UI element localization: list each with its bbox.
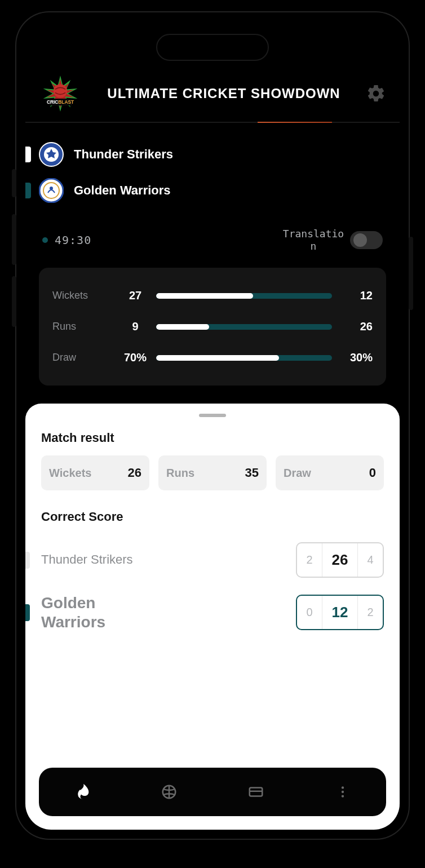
phone-frame: CRICBLAST ULTIMATE CRICKET SHOWDOWN	[15, 11, 410, 840]
stat-value-away: 12	[339, 289, 373, 302]
app-logo[interactable]: CRICBLAST	[39, 72, 82, 115]
translation-toggle-group: Translation	[282, 228, 383, 252]
phone-side-button	[12, 276, 16, 327]
result-chip-draw[interactable]: Draw 0	[276, 455, 384, 490]
svg-point-8	[50, 187, 53, 190]
flame-icon	[73, 782, 92, 801]
result-chip-wickets[interactable]: Wickets 26	[41, 455, 149, 490]
correct-score-title: Correct Score	[41, 510, 384, 524]
gear-icon	[366, 83, 386, 104]
page-title: ULTIMATE CRICKET SHOWDOWN	[91, 86, 357, 101]
club-crest-icon	[39, 142, 64, 167]
stats-panel: Wickets 27 12 Runs 9 26 Draw 70% 30%	[39, 268, 386, 386]
phone-side-button	[12, 214, 16, 265]
team-badge-away	[39, 178, 64, 203]
ball-icon	[161, 783, 178, 800]
chip-value: 35	[245, 466, 259, 480]
card-icon	[247, 783, 264, 800]
match-result-title: Match result	[41, 431, 384, 445]
svg-point-12	[342, 786, 344, 789]
svg-point-1	[54, 84, 67, 98]
settings-button[interactable]	[366, 83, 386, 104]
dynamic-island	[156, 34, 269, 61]
stat-value-away: 26	[339, 320, 373, 333]
sheet-drag-handle[interactable]	[199, 414, 226, 417]
stepper-next[interactable]: 4	[358, 546, 383, 574]
translation-toggle-label: Translation	[282, 228, 344, 252]
svg-point-14	[342, 795, 344, 797]
stepper-prev[interactable]: 2	[297, 546, 322, 574]
team-name-away: Golden Warriors	[74, 183, 171, 198]
stat-label: Runs	[52, 321, 114, 333]
chip-label: Runs	[166, 467, 194, 480]
stat-bar	[156, 324, 332, 330]
bottom-sheet: Match result Wickets 26 Runs 35 Draw 0 C…	[25, 404, 400, 830]
score-stepper-home[interactable]: 2 26 4	[296, 542, 384, 578]
nav-more[interactable]	[332, 781, 353, 803]
nav-trending[interactable]	[72, 781, 93, 803]
stat-bar	[156, 293, 332, 299]
nav-wallet[interactable]	[245, 781, 267, 803]
svg-point-13	[342, 791, 344, 793]
stat-row-runs: Runs 9 26	[52, 311, 373, 342]
row-indicator	[25, 604, 30, 621]
teams-block: Thunder Strikers Golden Warriors	[25, 123, 400, 216]
toggle-knob	[353, 233, 367, 247]
stat-bar	[156, 355, 332, 361]
chip-value: 26	[128, 466, 141, 480]
correct-score-row-away: Golden Warriors 0 12 2	[41, 586, 384, 639]
stat-value-home: 9	[121, 320, 149, 333]
stat-value-home: 27	[121, 289, 149, 302]
live-dot-icon	[42, 237, 48, 243]
team-indicator	[25, 147, 31, 162]
svg-text:CRICBLAST: CRICBLAST	[47, 99, 74, 105]
stat-label: Draw	[52, 352, 114, 364]
correct-score-name: Golden Warriors	[41, 594, 154, 631]
stat-bar-fill	[156, 324, 209, 330]
nav-matches[interactable]	[158, 781, 180, 803]
team-name-home: Thunder Strikers	[74, 147, 173, 162]
more-vertical-icon	[335, 785, 350, 799]
correct-score-row-home: Thunder Strikers 2 26 4	[41, 534, 384, 586]
translation-toggle[interactable]	[350, 231, 383, 249]
match-result-chips: Wickets 26 Runs 35 Draw 0	[41, 455, 384, 490]
stepper-value: 26	[322, 543, 358, 577]
stepper-value: 12	[322, 596, 358, 629]
app-header: CRICBLAST ULTIMATE CRICKET SHOWDOWN	[25, 55, 400, 122]
screen: CRICBLAST ULTIMATE CRICKET SHOWDOWN	[25, 21, 400, 830]
correct-score-name: Thunder Strikers	[41, 552, 133, 567]
chip-value: 0	[369, 466, 376, 480]
stepper-prev[interactable]: 0	[297, 598, 322, 627]
stepper-next[interactable]: 2	[358, 598, 383, 627]
row-indicator	[25, 552, 30, 569]
app-logo-icon: CRICBLAST	[39, 72, 82, 115]
stat-bar-fill	[156, 355, 279, 361]
timer-row: 49:30 Translation	[25, 216, 400, 262]
score-stepper-away[interactable]: 0 12 2	[296, 595, 384, 630]
club-crest-icon	[39, 178, 64, 203]
chip-label: Wickets	[49, 467, 91, 480]
stat-value-home: 70%	[121, 351, 149, 364]
team-indicator	[25, 183, 31, 198]
stat-value-away: 30%	[339, 351, 373, 364]
timer: 49:30	[42, 233, 91, 247]
timer-value: 49:30	[55, 233, 91, 247]
stat-bar-fill	[156, 293, 253, 299]
chip-label: Draw	[284, 467, 311, 480]
team-row-home[interactable]: Thunder Strikers	[39, 139, 386, 175]
phone-side-button	[12, 169, 16, 197]
team-row-away[interactable]: Golden Warriors	[39, 175, 386, 211]
stat-row-draw: Draw 70% 30%	[52, 342, 373, 373]
stat-label: Wickets	[52, 290, 114, 302]
team-badge-home	[39, 142, 64, 167]
phone-side-button	[409, 237, 413, 310]
stat-row-wickets: Wickets 27 12	[52, 280, 373, 311]
bottom-nav	[39, 768, 386, 816]
result-chip-runs[interactable]: Runs 35	[158, 455, 267, 490]
